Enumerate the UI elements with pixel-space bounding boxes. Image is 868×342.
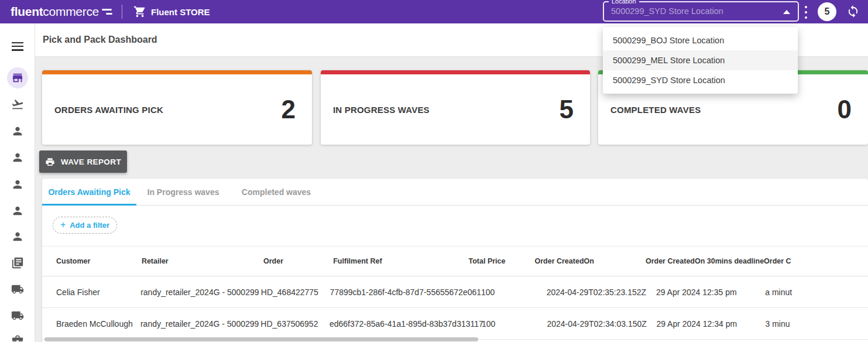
table-cell: 29 Apr 2024 12:34 pm (656, 319, 765, 329)
orders-table: CustomerRetailerOrderFulfilment RefTotal… (42, 246, 868, 340)
card-orders-awaiting-pick: ORDERS AWAITING PICK 2 (42, 70, 312, 145)
notification-badge[interactable]: 5 (818, 2, 836, 21)
add-filter-label: Add a filter (70, 221, 109, 230)
brand-name-bold: fluent (11, 5, 43, 19)
table-header-row: CustomerRetailerOrderFulfilment RefTotal… (42, 246, 868, 276)
card-value: 2 (282, 95, 296, 124)
brand-mark-icon (102, 9, 112, 15)
printer-icon (45, 157, 55, 167)
tab-bar: Orders Awaiting Pick In Progress waves C… (42, 179, 868, 206)
page-title: Pick and Pack Dashboard (43, 35, 157, 45)
tab-orders-awaiting-pick[interactable]: Orders Awaiting Pick (42, 179, 136, 205)
table-cell: Braeden McCullough (56, 319, 140, 329)
add-filter-button[interactable]: + Add a filter (53, 217, 117, 234)
location-dropdown-menu: 5000299_BOJ Store Location 5000299_MEL S… (603, 27, 798, 94)
column-header: Customer (56, 257, 142, 265)
briefcase-icon (11, 334, 24, 342)
brand-logo: fluentcommerce (11, 0, 112, 23)
sidebar-item-business[interactable] (7, 330, 28, 342)
flight-land-icon (11, 98, 24, 111)
table-cell: 100 (482, 319, 547, 329)
location-option[interactable]: 5000299_SYD Store Location (603, 70, 798, 90)
table-cell: 77899cb1-286f-4cfb-87d7-55655672e061 (330, 288, 481, 297)
store-icon (11, 71, 24, 84)
shopping-cart-icon (133, 5, 146, 18)
table-row[interactable]: Celia Fisherrandy_retailer_2024G - 50002… (42, 276, 868, 308)
table-cell: Celia Fisher (56, 288, 140, 297)
truck-icon (11, 283, 24, 296)
sidebar-item-flight-land[interactable] (7, 94, 28, 115)
hamburger-menu-icon[interactable] (12, 40, 23, 53)
location-select[interactable]: Location 5000299_SYD Store Location (603, 1, 799, 22)
table-cell: 3 minu (765, 319, 868, 329)
app-header: fluentcommerce Fluent STORE Location 500… (0, 0, 868, 23)
person-icon (11, 178, 24, 191)
table-cell: randy_retailer_2024G - 5000299 (140, 319, 260, 329)
card-value: 0 (838, 95, 852, 124)
table-cell: a minut (765, 288, 868, 297)
header-divider (122, 5, 122, 19)
brand-name-light: commerce (43, 5, 99, 19)
column-header: Order C (764, 257, 868, 265)
column-header: Order CreatedOn (534, 257, 645, 265)
table-cell: 2024-04-29T02:34:03.150Z (547, 319, 656, 329)
horizontal-scrollbar[interactable] (44, 337, 478, 341)
person-icon (11, 204, 24, 217)
tab-completed-waves[interactable]: Completed waves (230, 179, 323, 205)
app-title: Fluent STORE (151, 0, 210, 23)
library-books-icon (11, 256, 24, 269)
column-header: Retailer (142, 257, 263, 265)
truck-icon (11, 309, 24, 322)
column-header: Order (263, 257, 333, 265)
sidebar-item-user-5[interactable] (7, 226, 28, 247)
card-label: ORDERS AWAITING PICK (54, 105, 163, 115)
sidebar-item-user-1[interactable] (7, 121, 28, 142)
table-cell: HD_468422775 (261, 288, 330, 297)
wave-report-button[interactable]: WAVE REPORT (39, 151, 127, 173)
column-header: Order CreatedOn 30mins deadline (646, 257, 764, 265)
refresh-icon[interactable] (846, 5, 860, 18)
sidebar-item-shipping-2[interactable] (7, 305, 28, 326)
sidebar-item-user-3[interactable] (7, 174, 28, 195)
location-option[interactable]: 5000299_MEL Store Location (603, 50, 798, 70)
column-header: Fulfilment Ref (333, 257, 468, 265)
person-icon (11, 125, 24, 138)
person-icon (11, 151, 24, 164)
sidebar-item-user-2[interactable] (7, 147, 28, 168)
card-label: COMPLETED WAVES (610, 105, 701, 115)
table-cell: 2024-04-29T02:35:23.152Z (547, 288, 656, 297)
card-value: 5 (560, 95, 574, 124)
card-in-progress-waves: IN PROGRESS WAVES 5 (321, 70, 590, 145)
sidebar (0, 23, 35, 342)
table-row[interactable]: Braeden McCulloughrandy_retailer_2024G -… (42, 308, 868, 340)
column-header: Total Price (469, 257, 535, 265)
sidebar-item-shipping-1[interactable] (7, 279, 28, 300)
location-option[interactable]: 5000299_BOJ Store Location (603, 30, 798, 50)
chevron-up-icon (783, 10, 790, 14)
location-select-value: 5000299_SYD Store Location (611, 2, 723, 20)
sidebar-item-user-4[interactable] (7, 200, 28, 221)
table-body: Celia Fisherrandy_retailer_2024G - 50002… (42, 276, 868, 340)
card-label: IN PROGRESS WAVES (333, 105, 430, 115)
wave-report-label: WAVE REPORT (61, 158, 121, 166)
table-cell: randy_retailer_2024G - 5000299 (140, 288, 261, 297)
person-icon (11, 230, 24, 243)
kebab-menu-icon[interactable] (803, 4, 809, 20)
table-cell: ed66f372-85a6-41a1-895d-83b37d313117 (330, 319, 482, 329)
sidebar-item-reports[interactable] (7, 252, 28, 273)
table-cell: 100 (481, 288, 547, 297)
plus-icon: + (60, 220, 66, 230)
tab-in-progress-waves[interactable]: In Progress waves (136, 179, 230, 205)
table-cell: 29 Apr 2024 12:35 pm (656, 288, 765, 297)
sidebar-item-store[interactable] (7, 67, 28, 88)
table-cell: HD_637506952 (260, 319, 330, 329)
